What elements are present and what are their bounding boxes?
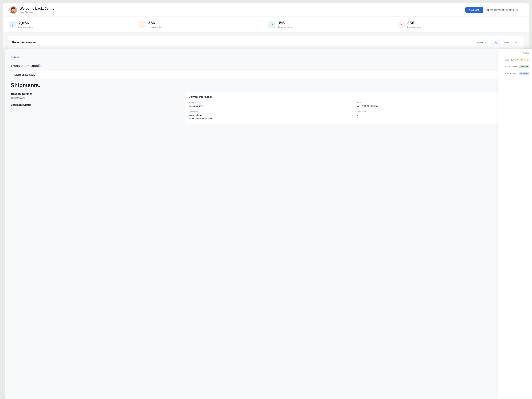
status-badge-received: Received bbox=[519, 65, 530, 68]
delivery-grid: Pickup address California, USA Date Jul … bbox=[189, 101, 523, 120]
incoming-number: 2,056 bbox=[18, 21, 32, 25]
pickup-label: Pickup address bbox=[189, 101, 354, 104]
status-badge-pending: Pending bbox=[520, 58, 530, 61]
stat-delivered: ↗ 356 Delivered orders bbox=[268, 21, 393, 28]
delivery-card: Delivery Information Pickup address Cali… bbox=[185, 92, 526, 124]
revenue-header: Revenue overview Shipped ▾ Day Week M bbox=[12, 40, 520, 45]
tab-week[interactable]: Week bbox=[501, 40, 512, 45]
status-badge-intransit: In-Transit bbox=[519, 72, 530, 75]
destination-label: Destination bbox=[189, 111, 354, 113]
revenue-controls: Shipped ▾ Day Week M bbox=[474, 40, 520, 45]
date-field: Date Jul 12, 2020 • 12:00pm bbox=[357, 101, 523, 108]
row-3-time: 2020 • 12:00pm bbox=[504, 73, 517, 75]
stat-received: ↓ 356 Recieved orders bbox=[139, 21, 264, 28]
shipped-dropdown[interactable]: Shipped ▾ bbox=[474, 40, 489, 45]
shipped-label: Shipped bbox=[476, 41, 484, 44]
delivered-icon: ↗ bbox=[268, 21, 275, 28]
order-number: Order #5423-6235 bbox=[14, 74, 522, 76]
shipment-status-label: Shipment Status bbox=[11, 103, 181, 106]
incoming-label: Incoming orders bbox=[18, 26, 32, 28]
right-panel-row-2: 2020 • 12:00pm Received bbox=[501, 63, 530, 70]
tab-month[interactable]: M bbox=[513, 40, 520, 45]
received-number: 356 bbox=[148, 21, 163, 25]
greeting-text: Good Afternoon bbox=[19, 11, 54, 13]
total-items-field: Total items 4 bbox=[357, 111, 523, 120]
delivered-number: 356 bbox=[278, 21, 292, 25]
shipments-grid: Tracking Number 998JSU76WWE Shipment Sta… bbox=[11, 92, 526, 124]
row-1-time: 2020 • 12:00pm bbox=[505, 59, 518, 61]
welcome-message: Welcome back, Jenny bbox=[19, 6, 54, 11]
date-value: Jul 12, 2020 • 12:00pm bbox=[357, 105, 523, 108]
declined-label: Declined orders bbox=[407, 26, 421, 28]
copy-icon[interactable]: ⧉ bbox=[516, 8, 518, 11]
tracking-label: Tracking Number bbox=[11, 92, 181, 95]
total-items-label: Total items bbox=[357, 111, 523, 113]
row-2-time: 2020 • 12:00pm bbox=[504, 66, 517, 68]
destination-value: Accra, Ghana 24 Botwe Dzorwulu Road bbox=[189, 114, 354, 120]
time-tabs: Day Week M bbox=[491, 40, 520, 45]
transaction-top: Go back 👤 Jennifer Doe ▾ bbox=[11, 53, 526, 61]
delivered-label: Delivered orders bbox=[278, 26, 292, 28]
stat-incoming: ↙ 2,056 Incoming orders bbox=[9, 21, 134, 28]
dashboard-header: Welcome back, Jenny Good Afternoon Your … bbox=[3, 3, 529, 17]
chevron-down-icon: ▾ bbox=[485, 41, 487, 44]
tracking-section: Tracking Number 998JSU76WWE Shipment Sta… bbox=[11, 92, 181, 124]
date-label: Date bbox=[357, 101, 523, 104]
stat-declined: ✕ 356 Declined orders bbox=[398, 21, 523, 28]
right-panel: Status 2020 • 12:00pm Pending 2020 • 12:… bbox=[498, 49, 532, 399]
revenue-title: Revenue overview bbox=[12, 41, 36, 44]
tab-day[interactable]: Day bbox=[491, 40, 500, 45]
stats-row: ↙ 2,056 Incoming orders ↓ 356 Recieved o… bbox=[3, 17, 529, 32]
received-label: Recieved orders bbox=[148, 26, 163, 28]
transaction-title: Transaction Details bbox=[11, 64, 526, 68]
tracking-number-value: 998JSU76WWE bbox=[11, 97, 181, 99]
header-left: Welcome back, Jenny Good Afternoon bbox=[9, 6, 54, 14]
declined-number: 356 bbox=[407, 21, 421, 25]
shipments-title: Shipments. bbox=[11, 82, 526, 89]
link-display: shipping.com/jenniffershipping ⧉ bbox=[483, 6, 523, 13]
pickup-address-field: Pickup address California, USA bbox=[189, 101, 354, 108]
declined-icon: ✕ bbox=[398, 21, 405, 28]
right-panel-header: Status bbox=[501, 52, 530, 54]
transaction-panel: Go back 👤 Jennifer Doe ▾ Transaction Det… bbox=[5, 49, 532, 399]
pickup-value: California, USA bbox=[189, 105, 354, 108]
right-panel-row-1: 2020 • 12:00pm Pending bbox=[501, 56, 530, 63]
delivery-title: Delivery Information bbox=[189, 96, 523, 98]
received-icon: ↓ bbox=[139, 21, 146, 28]
welcome-text: Welcome back, Jenny Good Afternoon bbox=[19, 6, 54, 13]
total-items-value: 4 bbox=[357, 114, 523, 117]
link-url-text: shipping.com/jenniffershipping bbox=[486, 9, 514, 11]
your-link-button[interactable]: Your Link bbox=[465, 7, 483, 13]
order-card: Order #5423-6235 bbox=[11, 71, 526, 79]
avatar bbox=[9, 6, 17, 14]
incoming-icon: ↙ bbox=[9, 21, 16, 28]
destination-field: Destination Accra, Ghana 24 Botwe Dzorwu… bbox=[189, 111, 354, 120]
header-right: Your Link shipping.com/jenniffershipping… bbox=[465, 6, 523, 13]
right-panel-row-3: 2020 • 12:00pm In-Transit bbox=[501, 70, 530, 77]
go-back-button[interactable]: Go back bbox=[11, 56, 19, 58]
